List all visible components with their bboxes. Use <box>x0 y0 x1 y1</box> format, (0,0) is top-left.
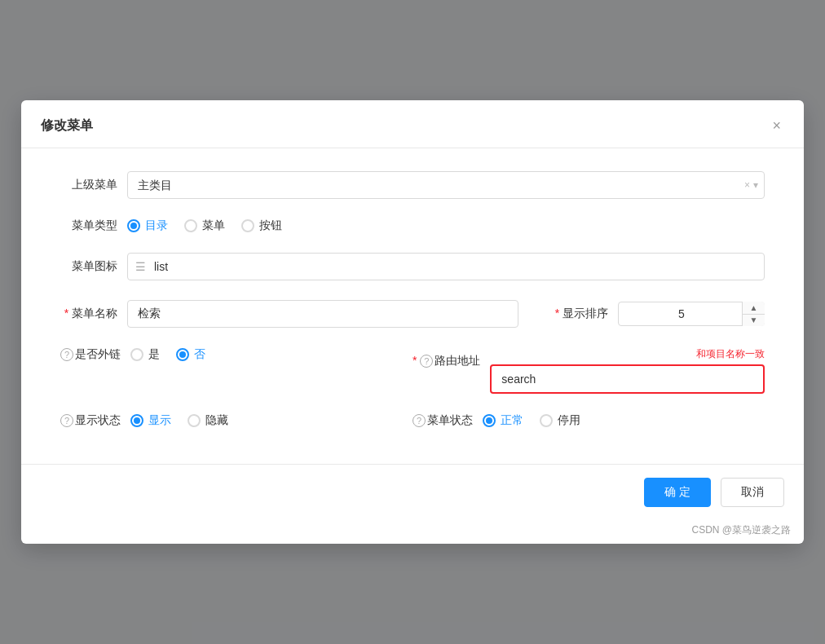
status-row: ?显示状态 显示 隐藏 <box>60 413 765 428</box>
menu-type-control: 目录 菜单 按钮 <box>127 218 765 233</box>
menu-status-label: ?菜单状态 <box>412 413 473 428</box>
list-icon: ☰ <box>135 260 146 273</box>
menu-status-radio-group: 正常 停用 <box>483 413 765 428</box>
display-status-help-icon[interactable]: ? <box>60 414 73 427</box>
radio-circle-external-yes <box>130 348 143 361</box>
spinner-down-button[interactable]: ▼ <box>743 315 765 327</box>
radio-disabled[interactable]: 停用 <box>540 413 580 428</box>
dialog-footer: 确 定 取消 <box>21 464 804 520</box>
radio-label-hide: 隐藏 <box>205 413 228 428</box>
radio-circle-menu <box>184 219 197 232</box>
radio-circle-directory <box>127 219 140 232</box>
radio-label-directory: 目录 <box>145 218 168 233</box>
display-status-radio-group: 显示 隐藏 <box>130 413 412 428</box>
radio-normal[interactable]: 正常 <box>483 413 523 428</box>
radio-label-normal: 正常 <box>501 413 523 428</box>
radio-show[interactable]: 显示 <box>130 413 171 428</box>
radio-circle-button <box>241 219 254 232</box>
radio-button[interactable]: 按钮 <box>241 218 282 233</box>
dialog-header: 修改菜单 × <box>21 100 804 148</box>
radio-label-disabled: 停用 <box>558 413 580 428</box>
menu-type-label: 菜单类型 <box>60 218 117 233</box>
dialog-title: 修改菜单 <box>41 117 93 135</box>
menu-name-control <box>127 300 518 328</box>
radio-circle-normal <box>483 414 496 427</box>
external-radio-group: 是 否 <box>130 347 412 362</box>
external-link-control: 是 否 <box>130 347 412 362</box>
external-link-col: ?是否外链 是 否 <box>60 347 412 362</box>
display-order-control: ▲ ▼ <box>618 302 765 326</box>
menu-status-col: ?菜单状态 正常 停用 <box>412 413 765 428</box>
radio-circle-disabled <box>540 414 553 427</box>
menu-icon-label: 菜单图标 <box>60 259 117 274</box>
display-status-label: ?显示状态 <box>60 413 121 428</box>
radio-label-show: 显示 <box>148 413 171 428</box>
cancel-button[interactable]: 取消 <box>721 478 784 507</box>
name-order-row: 菜单名称 显示排序 ▲ ▼ <box>60 300 765 328</box>
external-route-row: ?是否外链 是 否 <box>60 347 765 394</box>
radio-label-external-no: 否 <box>194 347 205 362</box>
spinner-up-button[interactable]: ▲ <box>743 302 765 315</box>
display-status-control: 显示 隐藏 <box>130 413 412 428</box>
parent-menu-row: 上级菜单 主类目 × ▾ <box>60 171 765 199</box>
close-button[interactable]: × <box>769 115 784 136</box>
radio-label-menu: 菜单 <box>202 218 225 233</box>
menu-type-radio-group: 目录 菜单 按钮 <box>127 218 765 233</box>
parent-menu-select[interactable]: 主类目 <box>127 171 765 199</box>
external-link-label: ?是否外链 <box>60 347 121 362</box>
menu-name-label: 菜单名称 <box>60 307 117 321</box>
route-annotation: 和项目名称一致 <box>490 347 765 361</box>
external-route-section: ?是否外链 是 否 <box>60 347 765 394</box>
radio-directory[interactable]: 目录 <box>127 218 168 233</box>
dialog-body: 上级菜单 主类目 × ▾ 菜单类型 <box>21 148 804 464</box>
modal-overlay: 修改菜单 × 上级菜单 主类目 × ▾ 菜单类型 <box>0 0 825 644</box>
display-order-col: 显示排序 ▲ ▼ <box>551 302 765 326</box>
menu-name-col: 菜单名称 <box>60 300 551 328</box>
radio-label-button: 按钮 <box>259 218 282 233</box>
menu-icon-row: 菜单图标 ☰ <box>60 253 765 280</box>
external-help-icon[interactable]: ? <box>60 348 73 361</box>
radio-menu[interactable]: 菜单 <box>184 218 225 233</box>
display-order-label: 显示排序 <box>551 307 608 321</box>
menu-name-input[interactable] <box>127 300 518 328</box>
radio-circle-hide <box>188 414 201 427</box>
display-status-col: ?显示状态 显示 隐藏 <box>60 413 412 428</box>
menu-icon-control: ☰ <box>127 253 765 280</box>
radio-external-no[interactable]: 否 <box>176 347 205 362</box>
menu-type-row: 菜单类型 目录 菜单 按钮 <box>60 218 765 233</box>
route-address-input[interactable] <box>490 364 765 394</box>
radio-external-yes[interactable]: 是 <box>130 347 160 362</box>
route-address-prefix: ?路由地址 <box>412 354 480 368</box>
menu-status-help-icon[interactable]: ? <box>412 414 426 427</box>
menu-icon-input[interactable] <box>127 253 765 280</box>
radio-hide[interactable]: 隐藏 <box>188 413 228 428</box>
radio-circle-external-no <box>176 348 189 361</box>
number-spinners: ▲ ▼ <box>742 302 765 326</box>
dialog: 修改菜单 × 上级菜单 主类目 × ▾ 菜单类型 <box>21 100 804 544</box>
route-help-icon[interactable]: ? <box>420 355 433 368</box>
parent-menu-control: 主类目 × ▾ <box>127 171 765 199</box>
route-address-control: 和项目名称一致 <box>490 347 765 394</box>
radio-circle-show <box>130 414 143 427</box>
route-address-col: ?路由地址 和项目名称一致 <box>412 347 765 394</box>
watermark: CSDN @菜鸟逆袭之路 <box>21 520 804 544</box>
confirm-button[interactable]: 确 定 <box>644 478 711 507</box>
radio-label-external-yes: 是 <box>148 347 160 362</box>
parent-menu-label: 上级菜单 <box>60 178 117 192</box>
menu-status-control: 正常 停用 <box>483 413 765 428</box>
